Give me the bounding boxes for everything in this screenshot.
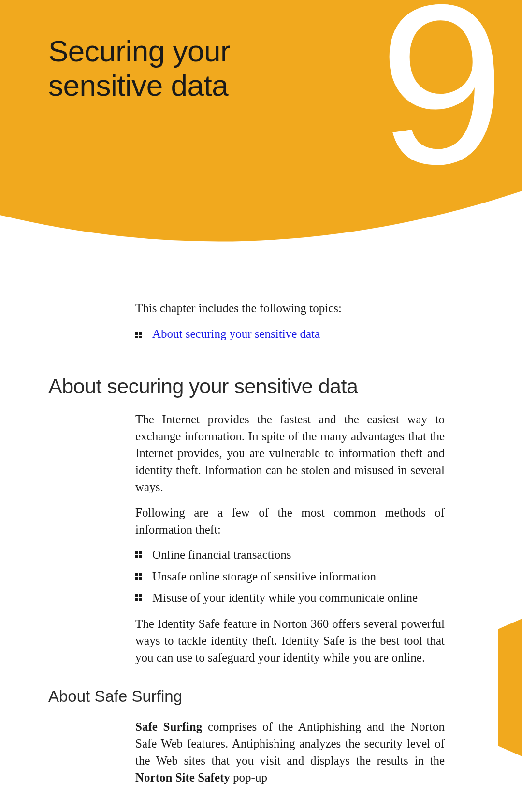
chapter-title-line1: Securing your [48,34,230,68]
chapter-title: Securing your sensitive data [48,34,230,103]
list-item: Misuse of your identity while you commun… [135,590,445,607]
topic-item: About securing your sensitive data [135,327,435,341]
list-item-text: Misuse of your identity while you commun… [152,590,418,607]
subsection-para: Safe Surfing comprises of the Antiphishi… [135,718,445,786]
topic-link-about-securing[interactable]: About securing your sensitive data [152,327,320,341]
bullet-icon [135,573,142,580]
bold-safe-surfing: Safe Surfing [135,720,202,733]
subsection-heading-safe-surfing: About Safe Surfing [48,687,522,706]
list-item: Unsafe online storage of sensitive infor… [135,568,445,585]
chapter-topic-list: About securing your sensitive data [135,327,435,341]
subsection-para-suffix: pop-up [230,771,267,784]
section-para-2: Following are a few of the most common m… [135,504,445,538]
section-para-1: The Internet provides the fastest and th… [135,411,445,495]
bullet-icon [135,594,142,601]
chapter-intro: This chapter includes the following topi… [135,300,435,317]
chapter-number: 9 [379,0,495,198]
list-item-text: Online financial transactions [152,547,291,564]
chapter-title-line2: sensitive data [48,69,228,102]
page-content: This chapter includes the following topi… [0,300,522,786]
theft-methods-list: Online financial transactions Unsafe onl… [135,547,445,607]
bold-norton-site-safety: Norton Site Safety [135,771,230,784]
bullet-icon [135,332,142,338]
list-item-text: Unsafe online storage of sensitive infor… [152,568,376,585]
bullet-icon [135,551,142,558]
list-item: Online financial transactions [135,547,445,564]
section-para-3: The Identity Safe feature in Norton 360 … [135,615,445,666]
section-heading-about-securing: About securing your sensitive data [48,375,522,398]
